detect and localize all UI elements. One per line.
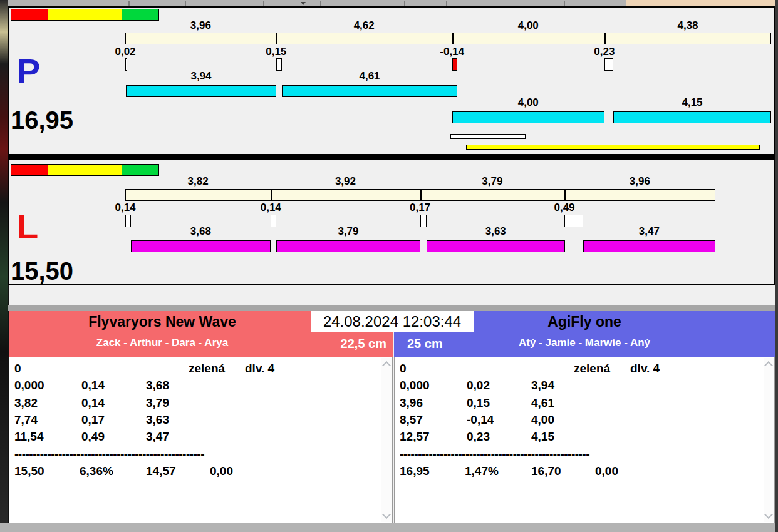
toolbar-divider (263, 1, 264, 6)
flyball-timing-app: P16,953,960,024,620,154,00-0,144,380,233… (0, 0, 778, 532)
toolbar-divider (185, 1, 186, 6)
scroll-down-icon[interactable] (382, 510, 391, 519)
run-time-label: 3,68 (175, 226, 226, 237)
traffic-light-segment-3 (122, 9, 159, 21)
toolbar-divider (320, 1, 321, 6)
run-time-label: 3,79 (323, 226, 373, 237)
change-time-label: 0,02 (106, 46, 144, 58)
change-time-label: 0,14 (106, 202, 144, 213)
result-cell: 1,47% (465, 463, 499, 479)
run-time-bar (427, 240, 565, 252)
result-cell: 14,57 (146, 463, 176, 479)
result-cell: 3,68 (146, 377, 169, 394)
split-segment-label: 3,96 (615, 176, 665, 187)
split-ruler (125, 33, 771, 44)
result-cell: 0,000 (14, 377, 44, 394)
result-cell: 0,49 (81, 428, 105, 445)
traffic-light-segment-3 (122, 164, 159, 176)
result-cell: div. 4 (630, 360, 660, 377)
result-cell: 3,47 (146, 428, 169, 445)
lane-panel-p: P16,953,960,024,620,154,00-0,144,380,233… (8, 6, 775, 158)
result-row: 11,540,493,47 (9, 428, 392, 445)
scroll-up-icon[interactable] (382, 361, 391, 370)
run-time-label: 4,00 (503, 97, 553, 108)
traffic-light-segment-2 (85, 9, 122, 21)
traffic-light-segment-1 (48, 9, 85, 21)
run-time-label: 4,15 (667, 97, 717, 108)
result-cell: 7,74 (14, 411, 38, 428)
team-members: Zack - Arthur - Dara - Arya (9, 337, 316, 349)
result-row: 0,0000,023,94 (395, 377, 774, 394)
change-time-label: -0,14 (433, 46, 471, 58)
toolbar-divider (564, 1, 565, 6)
lane-letter-l: L (17, 209, 38, 244)
result-cell: 0,17 (81, 411, 105, 428)
result-cell: 3,79 (146, 394, 169, 411)
result-cell: div. 4 (245, 360, 274, 377)
traffic-light-segment-1 (48, 164, 85, 176)
result-area-right[interactable]: 0zelenádiv. 40,0000,023,943,960,154,618,… (394, 357, 775, 523)
split-segment-label: 3,92 (320, 176, 370, 187)
run-time-label: 3,63 (470, 226, 521, 237)
run-time-bar (126, 85, 276, 97)
result-row: 3,960,154,61 (395, 394, 774, 411)
result-scrollbar[interactable] (381, 358, 392, 522)
change-time-label: 0,17 (402, 202, 439, 213)
change-time-marker (604, 58, 613, 71)
run-time-label: 3,47 (624, 226, 674, 237)
traffic-light (11, 164, 159, 176)
lane-panel-l: L15,503,820,143,920,143,790,173,960,493,… (8, 158, 775, 285)
result-cell: zelená (189, 360, 225, 377)
run-time-label: 3,94 (176, 71, 226, 82)
result-cell: -0,14 (467, 411, 494, 428)
run-time-bar (452, 111, 604, 123)
run-time-bar (276, 240, 420, 252)
result-row: 8,57-0,144,00 (395, 411, 774, 428)
result-separator: ----------------------------------------… (14, 446, 206, 463)
split-boundary-divider (276, 33, 277, 44)
result-cell: 4,00 (531, 411, 554, 428)
result-cell: 3,82 (14, 394, 38, 411)
result-row: 0,0000,143,68 (9, 377, 392, 394)
split-boundary-divider (604, 33, 606, 44)
toolbar-divider (128, 1, 130, 6)
traffic-light (11, 9, 159, 21)
result-row: 7,740,173,63 (9, 411, 392, 428)
result-cell: 3,96 (400, 394, 423, 411)
change-time-marker (276, 58, 282, 71)
result-cell: 4,61 (531, 394, 554, 411)
split-boundary-divider (452, 33, 454, 44)
lane-total-time: 16,95 (11, 108, 73, 133)
result-separator: ----------------------------------------… (400, 446, 591, 463)
result-cell: 3,63 (146, 411, 169, 428)
result-cell: 4,15 (531, 428, 554, 445)
split-segment-label: 3,79 (467, 176, 517, 187)
split-segment-label: 3,96 (175, 20, 226, 31)
window-right-border (775, 0, 778, 532)
timestamp: 24.08.2024 12:03:44 (311, 311, 474, 332)
separator-line (9, 133, 772, 133)
traffic-light-segment-2 (85, 164, 122, 176)
result-row: 16,951,47%16,700,00 (395, 463, 774, 479)
split-segment-label: 3,82 (173, 176, 223, 187)
result-cell: zelená (574, 360, 610, 377)
split-segment-label: 4,00 (503, 20, 553, 31)
change-time-marker (420, 215, 427, 227)
change-time-marker (125, 58, 127, 71)
change-time-label: 0,23 (586, 46, 623, 58)
result-cell: 0,14 (81, 394, 105, 411)
lane-total-time: 15,50 (11, 258, 73, 284)
result-cell: 12,57 (400, 428, 430, 445)
result-area-left[interactable]: 0zelenádiv. 40,0000,143,683,820,143,797,… (9, 357, 393, 523)
teams-separator-band (8, 305, 775, 311)
result-cell: 0,14 (81, 377, 105, 394)
toolbar-divider (446, 1, 447, 6)
run-time-bar (282, 85, 457, 97)
bottom-status-strip (0, 523, 778, 532)
result-cell: 8,57 (400, 411, 423, 428)
scroll-up-icon[interactable] (764, 361, 773, 370)
result-cell: 16,70 (531, 463, 561, 479)
toolbar-dropdown-arrow-icon (301, 2, 306, 5)
scroll-down-icon[interactable] (764, 510, 773, 519)
result-scrollbar[interactable] (764, 358, 774, 522)
